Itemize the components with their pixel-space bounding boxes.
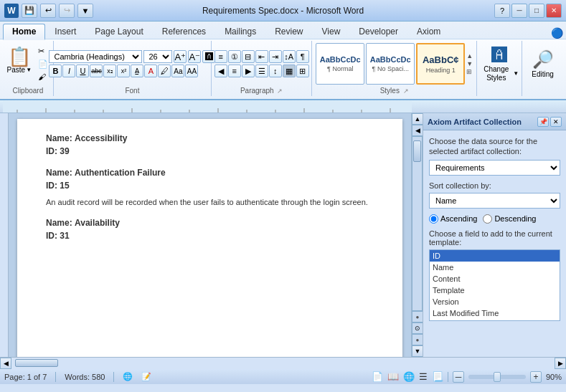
field-item-lastmodtime[interactable]: Last Modified Time — [430, 307, 560, 319]
minimize-btn[interactable]: ─ — [511, 4, 527, 18]
hscroll-left-btn[interactable]: ◀ — [0, 358, 11, 369]
view-web-btn[interactable]: 🌐 — [403, 371, 415, 382]
field-item-name[interactable]: Name — [430, 262, 560, 273]
increase-indent-button[interactable]: ⇥ — [269, 50, 282, 63]
browse-select-btn[interactable]: ⊙ — [412, 322, 423, 334]
border-button[interactable]: ⊞ — [296, 64, 309, 77]
font-size-select[interactable]: 26 — [143, 50, 172, 63]
change-styles-dropdown[interactable]: ▼ — [513, 70, 519, 77]
style-scroll-up[interactable]: ▲ — [466, 52, 473, 59]
field-item-lastmodby[interactable]: Last Modified By — [430, 319, 560, 321]
panel-fields-listbox[interactable]: ID Name Content Template Version Last Mo… — [429, 249, 560, 321]
tab-insert[interactable]: Insert — [45, 24, 85, 39]
qat-undo[interactable]: ↩ — [40, 4, 56, 18]
tab-page-layout[interactable]: Page Layout — [85, 24, 152, 39]
font-effects-button[interactable]: A̲ — [131, 64, 143, 77]
panel-sort-dropdown[interactable]: Name — [429, 193, 560, 209]
tab-mailings[interactable]: Mailings — [215, 24, 265, 39]
editing-button[interactable]: 🔎 Editing — [525, 42, 561, 85]
paste-button[interactable]: 📋 Paste ▼ — [5, 45, 34, 82]
paragraph-group-expander[interactable]: ↗ — [277, 87, 283, 95]
panel-toggle-btn[interactable]: ◀ — [412, 125, 423, 136]
tab-references[interactable]: References — [153, 24, 215, 39]
shading-button[interactable]: ▦ — [283, 64, 296, 77]
line-spacing-button[interactable]: ↕ — [269, 64, 282, 77]
panel-pin-btn[interactable]: 📌 — [537, 117, 549, 127]
align-right-button[interactable]: ▶ — [242, 64, 255, 77]
view-normal-btn[interactable]: 📄 — [372, 371, 383, 382]
align-center-button[interactable]: ≡ — [228, 64, 241, 77]
font-case2-button[interactable]: AA — [185, 64, 198, 77]
vertical-scrollbar[interactable]: ▲ ◀ ● ⊙ ● ▼ — [411, 113, 423, 357]
scroll-thumb-area[interactable] — [412, 136, 423, 311]
bold-button[interactable]: B — [49, 64, 62, 77]
style-item-heading1[interactable]: AaBbC¢ Heading 1 — [416, 43, 465, 85]
hscroll-track[interactable] — [11, 358, 555, 369]
help-btn[interactable]: ? — [494, 4, 510, 18]
change-styles-button[interactable]: 🅰 Change Styles ▼ — [479, 42, 519, 85]
styles-group-expander[interactable]: ↗ — [403, 87, 409, 95]
horizontal-scrollbar[interactable]: ◀ ▶ — [0, 357, 566, 368]
pilcrow-button[interactable]: ¶ — [296, 50, 309, 63]
descending-radio[interactable] — [483, 214, 492, 224]
document-scroll-area[interactable]: Name: Accessibility ID: 39 Name: Authent… — [9, 113, 411, 357]
zoom-thumb[interactable] — [494, 372, 501, 382]
zoom-minus-btn[interactable]: ─ — [453, 371, 464, 383]
browse-next-btn[interactable]: ● — [412, 334, 423, 345]
hscroll-right-btn[interactable]: ▶ — [555, 358, 566, 369]
field-item-content[interactable]: Content — [430, 273, 560, 285]
tab-view[interactable]: View — [313, 24, 350, 39]
align-left-button[interactable]: ◀ — [214, 64, 227, 77]
field-item-template[interactable]: Template — [430, 285, 560, 296]
justify-button[interactable]: ☰ — [255, 64, 268, 77]
multilevel-list-button[interactable]: ⊟ — [242, 50, 255, 63]
qat-redo[interactable]: ↪ — [59, 4, 75, 18]
panel-source-dropdown[interactable]: Requirements — [429, 160, 560, 176]
maximize-btn[interactable]: □ — [529, 4, 544, 18]
superscript-button[interactable]: x² — [117, 64, 130, 77]
qat-save[interactable]: 💾 — [22, 4, 37, 18]
browse-prev-btn[interactable]: ● — [412, 311, 423, 322]
underline-button[interactable]: U — [76, 64, 89, 77]
style-gallery-scroll[interactable]: ▲ ▼ ⊞ — [466, 52, 473, 75]
numbered-list-button[interactable]: ① — [228, 50, 241, 63]
style-scroll-down[interactable]: ▼ — [466, 60, 473, 67]
tab-axiom[interactable]: Axiom — [407, 24, 450, 39]
sort-button[interactable]: ↕A — [283, 50, 296, 63]
hscroll-thumb[interactable] — [15, 359, 58, 367]
style-item-no-spacing[interactable]: AaBbCcDc ¶ No Spaci... — [366, 43, 415, 85]
decrease-indent-button[interactable]: ⇤ — [255, 50, 268, 63]
scroll-down-button[interactable]: ▼ — [412, 345, 423, 357]
panel-descending-option[interactable]: Descending — [483, 214, 536, 224]
strikethrough-button[interactable]: abc — [90, 64, 103, 77]
highlight-button[interactable]: 🖊 — [158, 64, 171, 77]
zoom-plus-btn[interactable]: + — [530, 371, 542, 383]
panel-ascending-option[interactable]: Ascending — [429, 214, 477, 224]
scroll-thumb-handle[interactable] — [413, 140, 421, 162]
view-outline-btn[interactable]: ☰ — [419, 371, 428, 382]
paste-dropdown-arrow[interactable]: ▼ — [26, 67, 32, 73]
style-gallery-expand[interactable]: ⊞ — [466, 68, 473, 75]
tab-home[interactable]: Home — [3, 24, 45, 40]
qat-dropdown[interactable]: ▼ — [77, 4, 93, 18]
zoom-track[interactable] — [468, 375, 526, 379]
view-reading-btn[interactable]: 📖 — [387, 371, 399, 382]
tab-review[interactable]: Review — [265, 24, 312, 39]
close-btn[interactable]: ✕ — [546, 4, 562, 18]
scroll-up-button[interactable]: ▲ — [412, 113, 423, 125]
font-grow-button[interactable]: A⁺ — [174, 50, 187, 63]
style-item-normal[interactable]: AaBbCcDc ¶ Normal — [316, 43, 364, 85]
panel-close-btn[interactable]: ✕ — [550, 117, 562, 127]
tab-developer[interactable]: Developer — [349, 24, 407, 39]
subscript-button[interactable]: x₂ — [103, 64, 116, 77]
italic-button[interactable]: I — [62, 64, 75, 77]
ribbon-help-icon[interactable]: 🔵 — [551, 27, 563, 39]
font-case-button[interactable]: Aa — [171, 64, 184, 77]
field-item-version[interactable]: Version — [430, 296, 560, 307]
track-changes-icon[interactable]: 📝 — [141, 372, 151, 381]
font-name-select[interactable]: Cambria (Headings) — [49, 50, 142, 63]
font-color-button[interactable]: A — [144, 64, 157, 77]
bullet-list-button[interactable]: ≡ — [214, 50, 227, 63]
view-draft-btn[interactable]: 📃 — [432, 371, 443, 382]
field-item-id[interactable]: ID — [430, 250, 560, 262]
